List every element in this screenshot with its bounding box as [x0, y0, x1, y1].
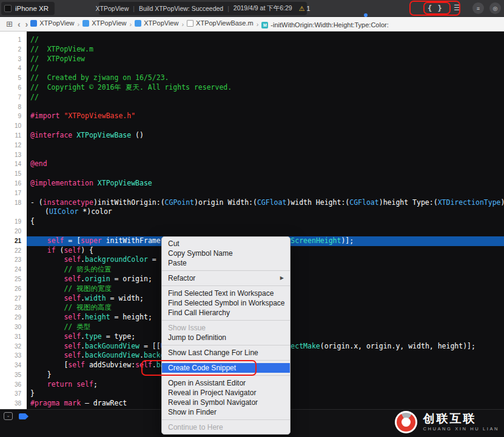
back-button[interactable]: ‹ — [18, 19, 21, 29]
assistant-editor-button[interactable]: ☰ — [454, 3, 461, 13]
line-number[interactable]: 24 — [0, 265, 27, 275]
line-number[interactable]: 4 — [0, 64, 27, 73]
code-line[interactable]: @implementation XTPopViewBase — [27, 179, 504, 188]
breadcrumb-item-xtpopview[interactable]: XTPopView — [30, 19, 74, 27]
code-line[interactable]: #import "XTPopViewBase.h" — [27, 112, 504, 121]
line-number[interactable]: 32 — [0, 342, 27, 352]
forward-button[interactable]: › — [25, 19, 29, 29]
code-line[interactable] — [27, 169, 504, 179]
menu-item-create-code-snippet[interactable]: Create Code Snippet — [162, 363, 290, 373]
menu-item-label: Find Selected Symbol in Workspace — [168, 298, 285, 308]
line-number[interactable]: 8 — [0, 102, 27, 112]
line-number[interactable]: 15 — [0, 169, 27, 179]
line-number[interactable]: 3 — [0, 55, 27, 64]
code-line[interactable]: // Created by zjwang on 16/5/23. — [27, 73, 504, 83]
menu-item-paste[interactable]: Paste — [162, 258, 290, 268]
menu-item-show-last-change-for-line[interactable]: Show Last Change For Line — [162, 348, 290, 358]
line-number[interactable]: 1 — [0, 35, 27, 45]
breadcrumb-item-xtpopview[interactable]: XTPopView — [135, 19, 178, 27]
line-number[interactable]: 35 — [0, 370, 27, 380]
code-line[interactable] — [27, 141, 504, 150]
line-number[interactable]: 28 — [0, 303, 27, 313]
code-line[interactable]: { — [27, 217, 504, 227]
line-number[interactable]: 27 — [0, 294, 27, 304]
menu-item-find-selected-symbol-in-workspace[interactable]: Find Selected Symbol in Workspace — [162, 298, 290, 308]
code-line[interactable]: // — [27, 64, 504, 73]
inspector-toggle-button[interactable]: ◎ — [489, 2, 501, 14]
menu-item-open-in-assistant-editor[interactable]: Open in Assistant Editor — [162, 378, 290, 388]
menu-item-reveal-in-project-navigator[interactable]: Reveal in Project Navigator — [162, 388, 290, 398]
code-line[interactable]: // — [27, 35, 504, 45]
line-number[interactable]: 20 — [0, 227, 27, 236]
breakpoint-flag-icon[interactable] — [19, 413, 29, 419]
code-line[interactable]: @end — [27, 159, 504, 169]
line-number[interactable]: 14 — [0, 159, 27, 169]
code-line[interactable] — [27, 121, 504, 131]
line-number[interactable]: 11 — [0, 131, 27, 141]
menu-item-find-call-hierarchy[interactable]: Find Call Hierarchy — [162, 308, 290, 318]
menu-item-cut[interactable]: Cut — [162, 239, 290, 249]
line-number[interactable]: 37 — [0, 389, 27, 399]
panel-toggle-icon[interactable]: ⌄ — [4, 412, 13, 420]
menu-item-reveal-in-symbol-navigator[interactable]: Reveal in Symbol Navigator — [162, 398, 290, 407]
line-number[interactable]: 12 — [0, 141, 27, 150]
line-number[interactable]: 2 — [0, 45, 27, 55]
line-number[interactable]: 36 — [0, 380, 27, 390]
warning-indicator[interactable]: ⚠ 1 — [299, 5, 311, 13]
code-line[interactable]: @interface XTPopViewBase () — [27, 131, 504, 141]
activity-viewer[interactable]: XTPopView | Build XTPopView: Succeeded |… — [99, 2, 307, 15]
code-line[interactable] — [27, 188, 504, 198]
code-token: () — [131, 131, 144, 139]
menu-item-refactor[interactable]: Refactor▶ — [162, 273, 290, 283]
line-number[interactable]: 23 — [0, 255, 27, 265]
code-token — [30, 284, 64, 293]
standard-editor-button[interactable]: { } — [428, 4, 443, 13]
line-number[interactable]: 33 — [0, 351, 27, 361]
menu-item-jump-to-definition[interactable]: Jump to Definition — [162, 333, 290, 342]
breadcrumb-item-xtpopviewbase-m[interactable]: XTPopViewBase.m — [187, 19, 254, 27]
run-destination-chooser[interactable]: iPhone XR — [1, 2, 55, 15]
line-number[interactable]: 5 — [0, 73, 27, 83]
project-icon — [30, 20, 37, 27]
code-line[interactable]: // XTPopView — [27, 55, 504, 64]
line-number[interactable]: 22 — [0, 246, 27, 256]
line-number[interactable]: 18 — [0, 198, 27, 208]
menu-item-copy-symbol-name[interactable]: Copy Symbol Name — [162, 249, 290, 258]
code-line[interactable] — [27, 150, 504, 160]
line-number[interactable]: 7 — [0, 93, 27, 102]
line-number[interactable]: 25 — [0, 275, 27, 284]
code-line[interactable]: (UIColor *)color — [27, 207, 504, 217]
line-number[interactable]: 31 — [0, 332, 27, 342]
code-line[interactable]: // XTPopView.m — [27, 45, 504, 55]
library-button[interactable]: ≡ — [472, 2, 484, 14]
line-number[interactable] — [0, 207, 27, 217]
menu-separator — [162, 360, 290, 361]
code-token: . — [81, 351, 85, 359]
line-number[interactable]: 19 — [0, 217, 27, 227]
breadcrumb-item-initwithorigin-width-height-type-color[interactable]: M-initWithOrigin:Width:Height:Type:Color… — [261, 21, 388, 28]
line-number-gutter[interactable]: 1234567891011121314151617181920212223242… — [0, 32, 27, 409]
line-number[interactable]: 30 — [0, 322, 27, 332]
line-number[interactable]: 26 — [0, 284, 27, 294]
menu-separator — [162, 345, 290, 345]
line-number[interactable]: 34 — [0, 361, 27, 370]
line-number[interactable]: 10 — [0, 121, 27, 131]
line-number[interactable]: 29 — [0, 313, 27, 322]
code-line[interactable]: // Copyright © 2016年 夏天. All rights rese… — [27, 83, 504, 93]
menu-item-find-selected-text-in-workspace[interactable]: Find Selected Text in Workspace — [162, 289, 290, 298]
code-token: . — [81, 294, 85, 302]
code-line[interactable] — [27, 102, 504, 112]
line-number[interactable]: 17 — [0, 188, 27, 198]
line-number[interactable]: 38 — [0, 399, 27, 409]
related-items-icon[interactable]: ⊞ — [6, 18, 13, 30]
code-line[interactable]: - (instancetype)initWithOrigin:(CGPoint)… — [27, 198, 504, 208]
breadcrumb-item-xtpopview[interactable]: XTPopView — [82, 19, 126, 27]
line-number[interactable]: 21 — [0, 236, 27, 246]
menu-item-show-in-finder[interactable]: Show in Finder — [162, 407, 290, 417]
line-number[interactable]: 13 — [0, 150, 27, 160]
line-number[interactable]: 6 — [0, 83, 27, 93]
code-line[interactable]: // — [27, 93, 504, 102]
line-number[interactable]: 9 — [0, 112, 27, 121]
line-number[interactable]: 16 — [0, 179, 27, 188]
code-line[interactable] — [27, 227, 504, 236]
